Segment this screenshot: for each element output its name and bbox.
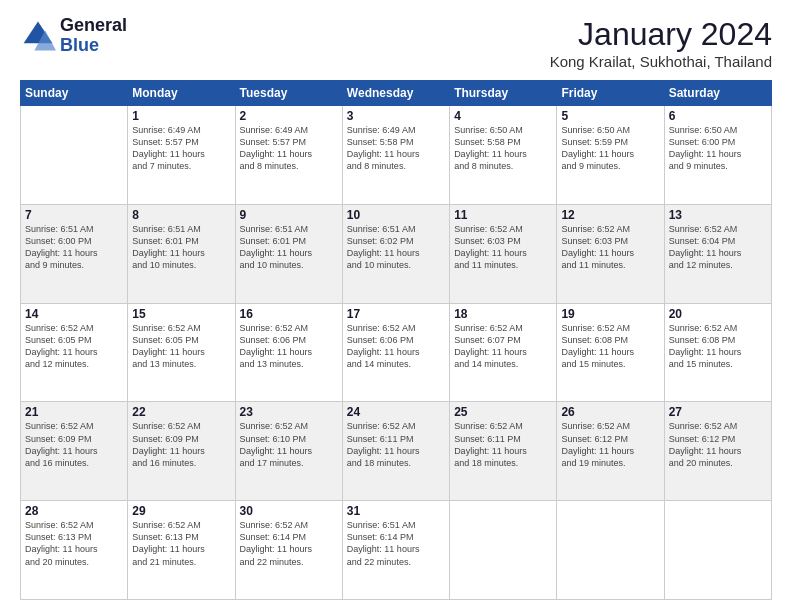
- calendar-week-row: 21Sunrise: 6:52 AM Sunset: 6:09 PM Dayli…: [21, 402, 772, 501]
- day-number: 28: [25, 504, 123, 518]
- col-friday: Friday: [557, 81, 664, 106]
- day-number: 10: [347, 208, 445, 222]
- day-info: Sunrise: 6:52 AM Sunset: 6:05 PM Dayligh…: [25, 322, 123, 371]
- day-info: Sunrise: 6:52 AM Sunset: 6:05 PM Dayligh…: [132, 322, 230, 371]
- day-info: Sunrise: 6:52 AM Sunset: 6:07 PM Dayligh…: [454, 322, 552, 371]
- calendar-week-row: 7Sunrise: 6:51 AM Sunset: 6:00 PM Daylig…: [21, 204, 772, 303]
- table-row: 23Sunrise: 6:52 AM Sunset: 6:10 PM Dayli…: [235, 402, 342, 501]
- table-row: 8Sunrise: 6:51 AM Sunset: 6:01 PM Daylig…: [128, 204, 235, 303]
- day-number: 2: [240, 109, 338, 123]
- day-info: Sunrise: 6:50 AM Sunset: 6:00 PM Dayligh…: [669, 124, 767, 173]
- day-number: 8: [132, 208, 230, 222]
- day-number: 7: [25, 208, 123, 222]
- table-row: 16Sunrise: 6:52 AM Sunset: 6:06 PM Dayli…: [235, 303, 342, 402]
- day-number: 15: [132, 307, 230, 321]
- table-row: 26Sunrise: 6:52 AM Sunset: 6:12 PM Dayli…: [557, 402, 664, 501]
- day-info: Sunrise: 6:52 AM Sunset: 6:11 PM Dayligh…: [454, 420, 552, 469]
- day-number: 4: [454, 109, 552, 123]
- table-row: 17Sunrise: 6:52 AM Sunset: 6:06 PM Dayli…: [342, 303, 449, 402]
- table-row: 25Sunrise: 6:52 AM Sunset: 6:11 PM Dayli…: [450, 402, 557, 501]
- table-row: [450, 501, 557, 600]
- table-row: 14Sunrise: 6:52 AM Sunset: 6:05 PM Dayli…: [21, 303, 128, 402]
- day-number: 11: [454, 208, 552, 222]
- table-row: 9Sunrise: 6:51 AM Sunset: 6:01 PM Daylig…: [235, 204, 342, 303]
- day-number: 30: [240, 504, 338, 518]
- table-row: 7Sunrise: 6:51 AM Sunset: 6:00 PM Daylig…: [21, 204, 128, 303]
- day-number: 13: [669, 208, 767, 222]
- day-info: Sunrise: 6:52 AM Sunset: 6:03 PM Dayligh…: [561, 223, 659, 272]
- day-number: 23: [240, 405, 338, 419]
- day-info: Sunrise: 6:52 AM Sunset: 6:06 PM Dayligh…: [347, 322, 445, 371]
- table-row: 28Sunrise: 6:52 AM Sunset: 6:13 PM Dayli…: [21, 501, 128, 600]
- col-sunday: Sunday: [21, 81, 128, 106]
- table-row: 30Sunrise: 6:52 AM Sunset: 6:14 PM Dayli…: [235, 501, 342, 600]
- table-row: 11Sunrise: 6:52 AM Sunset: 6:03 PM Dayli…: [450, 204, 557, 303]
- day-info: Sunrise: 6:51 AM Sunset: 6:01 PM Dayligh…: [240, 223, 338, 272]
- logo-general: General: [60, 16, 127, 36]
- table-row: 21Sunrise: 6:52 AM Sunset: 6:09 PM Dayli…: [21, 402, 128, 501]
- day-info: Sunrise: 6:50 AM Sunset: 5:59 PM Dayligh…: [561, 124, 659, 173]
- day-number: 18: [454, 307, 552, 321]
- day-info: Sunrise: 6:52 AM Sunset: 6:09 PM Dayligh…: [132, 420, 230, 469]
- col-tuesday: Tuesday: [235, 81, 342, 106]
- day-info: Sunrise: 6:52 AM Sunset: 6:08 PM Dayligh…: [669, 322, 767, 371]
- day-number: 16: [240, 307, 338, 321]
- col-thursday: Thursday: [450, 81, 557, 106]
- logo-text: General Blue: [60, 16, 127, 56]
- calendar-table: Sunday Monday Tuesday Wednesday Thursday…: [20, 80, 772, 600]
- table-row: [21, 106, 128, 205]
- col-monday: Monday: [128, 81, 235, 106]
- day-info: Sunrise: 6:49 AM Sunset: 5:57 PM Dayligh…: [240, 124, 338, 173]
- table-row: 29Sunrise: 6:52 AM Sunset: 6:13 PM Dayli…: [128, 501, 235, 600]
- table-row: 24Sunrise: 6:52 AM Sunset: 6:11 PM Dayli…: [342, 402, 449, 501]
- title-block: January 2024 Kong Krailat, Sukhothai, Th…: [550, 16, 772, 70]
- day-info: Sunrise: 6:51 AM Sunset: 6:14 PM Dayligh…: [347, 519, 445, 568]
- day-info: Sunrise: 6:51 AM Sunset: 6:02 PM Dayligh…: [347, 223, 445, 272]
- table-row: 3Sunrise: 6:49 AM Sunset: 5:58 PM Daylig…: [342, 106, 449, 205]
- day-number: 12: [561, 208, 659, 222]
- table-row: 10Sunrise: 6:51 AM Sunset: 6:02 PM Dayli…: [342, 204, 449, 303]
- day-number: 1: [132, 109, 230, 123]
- table-row: 5Sunrise: 6:50 AM Sunset: 5:59 PM Daylig…: [557, 106, 664, 205]
- day-info: Sunrise: 6:52 AM Sunset: 6:13 PM Dayligh…: [25, 519, 123, 568]
- table-row: 13Sunrise: 6:52 AM Sunset: 6:04 PM Dayli…: [664, 204, 771, 303]
- day-number: 20: [669, 307, 767, 321]
- calendar-header-row: Sunday Monday Tuesday Wednesday Thursday…: [21, 81, 772, 106]
- day-number: 6: [669, 109, 767, 123]
- day-info: Sunrise: 6:52 AM Sunset: 6:06 PM Dayligh…: [240, 322, 338, 371]
- day-number: 3: [347, 109, 445, 123]
- location: Kong Krailat, Sukhothai, Thailand: [550, 53, 772, 70]
- day-number: 9: [240, 208, 338, 222]
- table-row: 4Sunrise: 6:50 AM Sunset: 5:58 PM Daylig…: [450, 106, 557, 205]
- day-info: Sunrise: 6:51 AM Sunset: 6:01 PM Dayligh…: [132, 223, 230, 272]
- day-number: 5: [561, 109, 659, 123]
- day-number: 17: [347, 307, 445, 321]
- day-number: 31: [347, 504, 445, 518]
- day-number: 24: [347, 405, 445, 419]
- logo: General Blue: [20, 16, 127, 56]
- day-info: Sunrise: 6:50 AM Sunset: 5:58 PM Dayligh…: [454, 124, 552, 173]
- day-number: 19: [561, 307, 659, 321]
- day-info: Sunrise: 6:49 AM Sunset: 5:57 PM Dayligh…: [132, 124, 230, 173]
- month-title: January 2024: [550, 16, 772, 53]
- table-row: 18Sunrise: 6:52 AM Sunset: 6:07 PM Dayli…: [450, 303, 557, 402]
- table-row: 27Sunrise: 6:52 AM Sunset: 6:12 PM Dayli…: [664, 402, 771, 501]
- day-info: Sunrise: 6:52 AM Sunset: 6:12 PM Dayligh…: [561, 420, 659, 469]
- day-info: Sunrise: 6:52 AM Sunset: 6:03 PM Dayligh…: [454, 223, 552, 272]
- calendar-week-row: 28Sunrise: 6:52 AM Sunset: 6:13 PM Dayli…: [21, 501, 772, 600]
- day-info: Sunrise: 6:52 AM Sunset: 6:11 PM Dayligh…: [347, 420, 445, 469]
- day-info: Sunrise: 6:52 AM Sunset: 6:14 PM Dayligh…: [240, 519, 338, 568]
- table-row: 22Sunrise: 6:52 AM Sunset: 6:09 PM Dayli…: [128, 402, 235, 501]
- table-row: 20Sunrise: 6:52 AM Sunset: 6:08 PM Dayli…: [664, 303, 771, 402]
- header: General Blue January 2024 Kong Krailat, …: [20, 16, 772, 70]
- day-info: Sunrise: 6:52 AM Sunset: 6:08 PM Dayligh…: [561, 322, 659, 371]
- day-info: Sunrise: 6:52 AM Sunset: 6:04 PM Dayligh…: [669, 223, 767, 272]
- day-info: Sunrise: 6:51 AM Sunset: 6:00 PM Dayligh…: [25, 223, 123, 272]
- day-number: 29: [132, 504, 230, 518]
- table-row: [664, 501, 771, 600]
- table-row: 1Sunrise: 6:49 AM Sunset: 5:57 PM Daylig…: [128, 106, 235, 205]
- calendar-week-row: 14Sunrise: 6:52 AM Sunset: 6:05 PM Dayli…: [21, 303, 772, 402]
- table-row: 12Sunrise: 6:52 AM Sunset: 6:03 PM Dayli…: [557, 204, 664, 303]
- calendar-week-row: 1Sunrise: 6:49 AM Sunset: 5:57 PM Daylig…: [21, 106, 772, 205]
- table-row: 2Sunrise: 6:49 AM Sunset: 5:57 PM Daylig…: [235, 106, 342, 205]
